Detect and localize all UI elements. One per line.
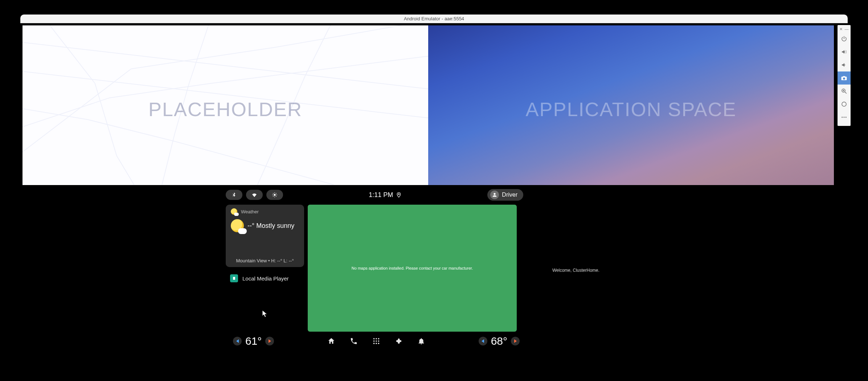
home-button[interactable]: [327, 337, 336, 345]
svg-point-11: [373, 338, 375, 340]
window-title: Android Emulator - aae:5554: [404, 16, 464, 21]
emulator-screen: PLACEHOLDER APPLICATION SPACE: [20, 23, 848, 356]
maps-card-message: No maps application installed. Please co…: [352, 266, 473, 270]
wifi-icon: [251, 192, 257, 198]
weather-footer: Mountain View • H: --° L: --°: [226, 258, 304, 263]
svg-line-8: [276, 193, 276, 193]
maps-card[interactable]: No maps application installed. Please co…: [308, 205, 517, 332]
location-pin-icon: [396, 192, 402, 198]
svg-point-26: [844, 117, 845, 118]
weather-small-icon: [231, 208, 237, 215]
volume-down-icon: [841, 62, 847, 68]
svg-point-17: [373, 343, 375, 344]
top-split: PLACEHOLDER APPLICATION SPACE: [22, 25, 834, 185]
svg-point-13: [378, 338, 380, 340]
svg-line-21: [845, 92, 847, 94]
profile-button[interactable]: Driver: [487, 189, 523, 201]
notifications-button[interactable]: [417, 337, 426, 345]
automotive-home: 1:11 PM Driver Weather: [22, 185, 834, 352]
brightness-icon: [272, 192, 278, 198]
weather-card-header: Weather: [231, 208, 299, 215]
temp-right-increase[interactable]: [511, 337, 520, 345]
phone-button[interactable]: [349, 337, 358, 345]
weather-condition: --° Mostly sunny: [247, 222, 294, 230]
application-space-label: APPLICATION SPACE: [428, 98, 834, 120]
volume-up-icon: [841, 49, 847, 55]
emulator-zoom-button[interactable]: [838, 85, 851, 98]
emulator-home-button[interactable]: [838, 98, 851, 111]
profile-name: Driver: [502, 192, 517, 198]
bluetooth-toggle[interactable]: [226, 190, 242, 200]
weather-card[interactable]: Weather --° Mostly sunny Mountain View •…: [226, 205, 304, 267]
hvac-button[interactable]: [394, 337, 403, 345]
left-temp-control: 61°: [233, 335, 274, 347]
clock-time: 1:11 PM: [369, 191, 393, 199]
media-player-label: Local Media Player: [242, 275, 289, 282]
svg-point-25: [842, 117, 843, 118]
power-icon: [841, 36, 847, 42]
temp-left-decrease[interactable]: [233, 337, 242, 345]
svg-point-15: [376, 340, 377, 342]
bluetooth-icon: [231, 192, 237, 198]
camera-icon: [841, 75, 847, 81]
svg-point-12: [376, 338, 377, 340]
more-icon: [841, 114, 847, 120]
clock: 1:11 PM: [369, 191, 402, 199]
apps-button[interactable]: [372, 337, 381, 345]
temp-right-decrease[interactable]: [479, 337, 487, 345]
emulator-screenshot-button[interactable]: [838, 71, 851, 85]
window-titlebar[interactable]: Android Emulator - aae:5554: [20, 15, 848, 23]
svg-point-24: [842, 102, 846, 106]
svg-line-5: [273, 193, 273, 193]
emulator-close-button[interactable]: ✕: [839, 27, 843, 31]
person-icon: [490, 190, 499, 199]
bell-icon: [417, 337, 425, 345]
placeholder-label: PLACEHOLDER: [22, 98, 428, 120]
svg-point-19: [378, 343, 380, 344]
svg-point-16: [378, 340, 380, 342]
svg-line-7: [273, 196, 273, 196]
wifi-toggle[interactable]: [246, 190, 263, 200]
right-temp-value: 68°: [491, 335, 507, 347]
emulator-toolbar: ✕ ―: [838, 25, 851, 126]
placeholder-panel: PLACEHOLDER: [22, 25, 428, 185]
svg-line-6: [276, 196, 276, 196]
home-circle-icon: [841, 101, 847, 107]
left-temp-value: 61°: [245, 335, 262, 347]
media-player-item[interactable]: Local Media Player: [230, 274, 289, 282]
svg-point-18: [376, 343, 377, 344]
nav-icon-row: [327, 337, 426, 345]
phone-icon: [350, 337, 358, 345]
fan-icon: [395, 337, 403, 345]
status-bar: 1:11 PM Driver: [226, 189, 523, 201]
application-space-panel: APPLICATION SPACE: [428, 25, 834, 185]
emulator-volume-down-button[interactable]: [838, 58, 851, 71]
svg-point-27: [846, 117, 847, 118]
svg-point-14: [373, 340, 375, 342]
svg-point-0: [274, 194, 275, 196]
weather-card-title: Weather: [241, 209, 259, 214]
cluster-welcome: Welcome, ClusterHome.: [552, 268, 599, 273]
status-toggle-group: [226, 190, 283, 200]
temp-left-increase[interactable]: [265, 337, 274, 345]
weather-large-icon: [231, 219, 244, 232]
zoom-icon: [841, 88, 847, 94]
apps-icon: [372, 337, 380, 345]
bottom-nav: 61° 68°: [233, 333, 520, 349]
emulator-power-button[interactable]: [838, 32, 851, 45]
emulator-window: Android Emulator - aae:5554: [20, 15, 848, 356]
svg-point-9: [398, 193, 400, 194]
right-temp-control: 68°: [479, 335, 520, 347]
home-icon: [327, 337, 335, 345]
emulator-more-button[interactable]: [838, 111, 851, 124]
emulator-volume-up-button[interactable]: [838, 45, 851, 58]
emulator-minimize-button[interactable]: ―: [845, 27, 848, 31]
media-app-icon: [230, 274, 238, 282]
svg-rect-10: [233, 277, 235, 280]
brightness-toggle[interactable]: [266, 190, 283, 200]
